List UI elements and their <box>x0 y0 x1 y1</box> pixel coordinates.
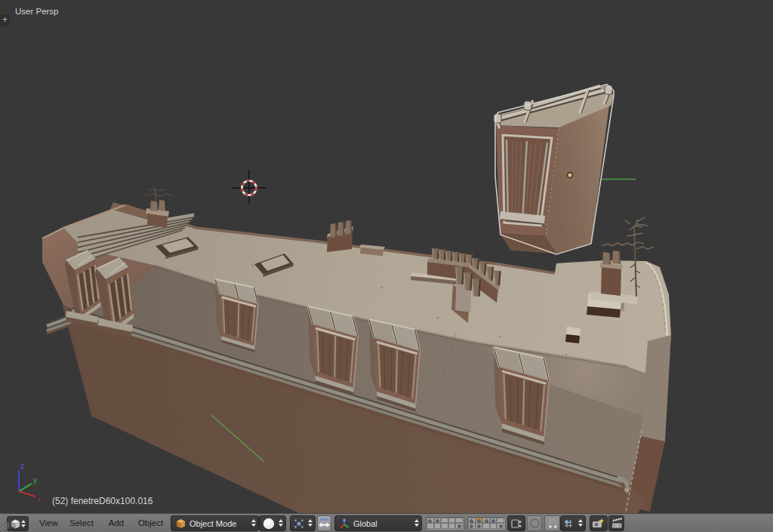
svg-text:x: x <box>37 495 41 503</box>
svg-text:y: y <box>33 476 37 484</box>
svg-text:z: z <box>20 462 24 470</box>
